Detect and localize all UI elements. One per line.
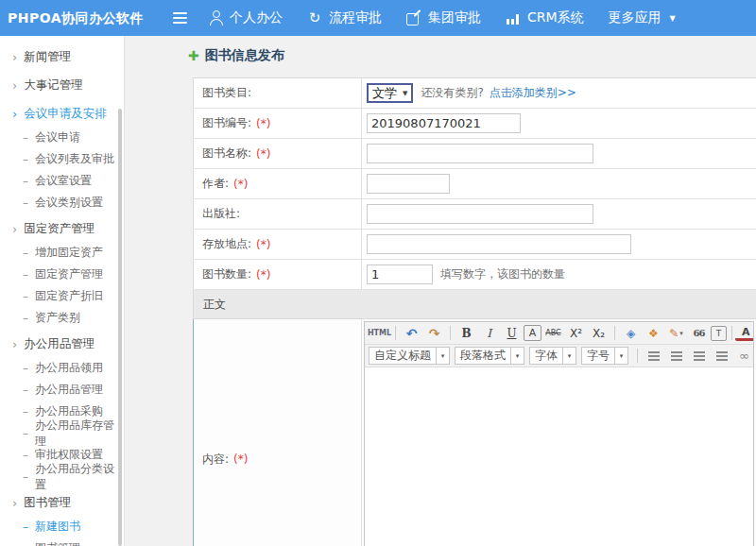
format-painter-icon[interactable]: ✎▾ (665, 324, 687, 342)
custom-heading-dropdown[interactable]: 自定义标题▾ (369, 347, 450, 365)
sidebar-item[interactable]: – 会议类别设置 (0, 192, 124, 213)
font-color-button[interactable]: A▾ (737, 324, 753, 342)
sidebar-item[interactable]: › 大事记管理 (0, 72, 124, 98)
html-source-button[interactable]: HTML (369, 324, 390, 342)
paste-text-button[interactable]: T (711, 326, 727, 341)
sidebar-item-label: 办公用品库存管理 (35, 418, 124, 450)
sidebar-item-label: 固定资产管理 (35, 266, 103, 282)
sidebar-scrollbar-thumb[interactable] (118, 109, 122, 546)
author-input[interactable] (367, 174, 450, 194)
sidebar-item[interactable]: – 固定资产折旧 (0, 285, 124, 307)
sidebar-item-marker-icon: – (23, 175, 28, 188)
align-right-icon[interactable] (688, 347, 710, 365)
add-plus-icon: ✚ (188, 48, 199, 63)
nav-more-apps[interactable]: 更多应用 ▼ (609, 9, 676, 26)
font-size-dropdown[interactable]: 字号▾ (581, 347, 628, 365)
hamburger-menu-icon[interactable] (173, 12, 187, 24)
editor-content-area[interactable] (365, 367, 753, 546)
sidebar-item[interactable]: › 图书管理 (0, 489, 124, 516)
underline-button[interactable]: U (501, 324, 523, 342)
sidebar-item[interactable]: – 会议列表及审批 (0, 148, 124, 170)
form-row-author: 作者: (*) (193, 169, 756, 199)
sidebar-item[interactable]: – 固定资产管理 (0, 264, 124, 285)
italic-button[interactable]: I (478, 324, 500, 342)
form-row-quantity: 图书数量: (*) 填写数字，该图书的数量 (193, 260, 756, 290)
category-hint: 还没有类别? (421, 85, 483, 101)
sidebar-item-marker-icon: – (23, 384, 28, 397)
paragraph-format-dropdown[interactable]: 段落格式▾ (455, 347, 524, 365)
redo-icon[interactable]: ↷ (423, 324, 445, 342)
nav-group-approval[interactable]: 集团审批 (406, 9, 481, 26)
align-left-icon[interactable] (643, 347, 664, 365)
field-label: 图书类目: (202, 85, 251, 101)
remove-format-icon[interactable]: ◈ (620, 324, 642, 342)
sidebar-item[interactable]: – 办公用品管理 (0, 379, 124, 401)
sidebar-item-label: 办公用品分类设置 (35, 461, 124, 493)
caret-down-icon: ▾ (679, 330, 683, 337)
editor-toolbar-row-1: HTML ↶ ↷ B I U A ABC X² X₂ ◈ (365, 322, 753, 345)
sidebar-item[interactable]: – 办公用品分类设置 (0, 466, 124, 487)
sidebar-item-marker-icon: – (23, 520, 28, 534)
page-title: ✚ 图书信息发布 (188, 47, 284, 64)
app-window: PHPOA协同办公软件 个人办公 ↻ 流程审批 集团审批 CRM系统 更多应用 … (0, 0, 756, 546)
sidebar-item[interactable]: – 新建图书 (0, 516, 124, 537)
sidebar-item[interactable]: › 办公用品管理 (0, 331, 124, 357)
undo-icon[interactable]: ↶ (401, 324, 422, 342)
storage-location-input[interactable] (367, 234, 631, 254)
nav-personal-office[interactable]: 个人办公 (208, 9, 283, 26)
required-mark: (*) (233, 178, 248, 191)
blockquote-button[interactable]: 66 (688, 324, 710, 342)
sidebar-item-marker-icon: › (12, 107, 17, 121)
book-category-select[interactable]: 文学 ▼ (367, 83, 413, 103)
sidebar-item-marker-icon: – (23, 449, 28, 462)
caret-down-icon: ▾ (436, 348, 449, 364)
sidebar-item-label: 办公用品管理 (24, 336, 94, 352)
sidebar-item-label: 会议列表及审批 (35, 151, 114, 167)
bold-button[interactable]: B (455, 324, 477, 342)
superscript-button[interactable]: X² (565, 324, 587, 342)
nav-label: 集团审批 (428, 9, 481, 26)
required-mark: (*) (233, 452, 248, 466)
sidebar-item[interactable]: – 资产类别 (0, 307, 124, 329)
sidebar-item-marker-icon: – (23, 362, 28, 375)
sidebar-item[interactable]: – 办公用品库存管理 (0, 422, 124, 444)
required-mark: (*) (256, 147, 270, 161)
book-name-input[interactable] (367, 144, 593, 163)
sidebar-item-label: 固定资产管理 (24, 221, 94, 237)
sidebar-item[interactable]: – 办公用品领用 (0, 357, 124, 379)
sidebar-item[interactable]: › 会议申请及安排 (0, 100, 124, 127)
publisher-input[interactable] (367, 204, 593, 224)
sidebar-item[interactable]: – 会议室设置 (0, 170, 124, 192)
sidebar-item-label: 会议申请 (35, 129, 80, 145)
field-label: 图书数量: (202, 266, 251, 282)
sidebar-item[interactable]: – 图书管理 (0, 537, 124, 546)
nav-crm-system[interactable]: CRM系统 (506, 9, 584, 26)
sidebar: › 新闻管理 › 大事记管理 › 会议申请及安排 – 会议申请 – 会议列表及审… (0, 36, 125, 546)
sidebar-item[interactable]: – 会议申请 (0, 127, 124, 148)
sidebar-item-label: 新闻管理 (24, 49, 71, 65)
field-label: 出版社: (202, 206, 240, 222)
nav-process-approval[interactable]: ↻ 流程审批 (307, 9, 382, 26)
chevron-down-icon: ▼ (670, 14, 676, 23)
form-row-book-name: 图书名称: (*) (193, 139, 756, 169)
align-center-icon[interactable] (665, 347, 687, 365)
main-content: ✚ 图书信息发布 图书类目: 文学 ▼ 还没有类别? 点击添加类别>> (126, 36, 756, 546)
sidebar-item[interactable]: › 新闻管理 (0, 43, 124, 70)
bar-chart-icon (506, 10, 521, 26)
sidebar-item-label: 图书管理 (24, 495, 71, 511)
strikethrough-button[interactable]: ABC (542, 324, 564, 342)
quantity-input[interactable] (367, 264, 433, 284)
sidebar-item[interactable]: › 固定资产管理 (0, 215, 124, 242)
insert-link-icon[interactable]: ∞ (733, 347, 753, 365)
sidebar-item-marker-icon: – (23, 196, 28, 210)
sidebar-item[interactable]: – 增加固定资产 (0, 242, 124, 264)
book-number-input[interactable] (367, 113, 521, 133)
border-text-button[interactable]: A (524, 325, 541, 341)
clear-format-icon[interactable]: ❖ (643, 324, 664, 342)
add-category-link[interactable]: 点击添加类别>> (490, 85, 576, 101)
align-justify-icon[interactable] (711, 347, 732, 365)
sidebar-item-marker-icon: – (23, 290, 28, 303)
sidebar-item-marker-icon: – (23, 268, 28, 282)
subscript-button[interactable]: X₂ (588, 324, 610, 342)
font-family-dropdown[interactable]: 字体▾ (529, 347, 576, 365)
